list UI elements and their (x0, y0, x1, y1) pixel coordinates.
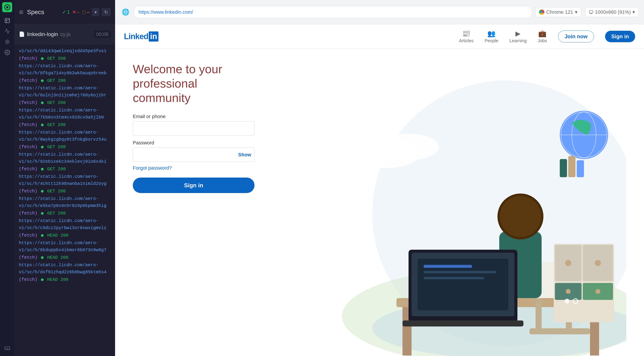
svg-point-29 (500, 196, 541, 237)
log-line: (fetch) GET 200 (19, 166, 111, 173)
forgot-password-link[interactable]: Forgot password? (133, 165, 172, 171)
svg-point-47 (565, 260, 571, 266)
logo-in: in (149, 31, 158, 41)
chrome-version: Chrome 121 (546, 9, 573, 15)
svg-rect-43 (577, 160, 584, 177)
svg-point-19 (342, 145, 390, 167)
jobs-label: Jobs (538, 38, 547, 43)
svg-point-6 (6, 52, 8, 53)
articles-label: Articles (459, 38, 474, 43)
sidebar-item-debug[interactable] (3, 37, 12, 46)
svg-rect-34 (424, 265, 472, 268)
svg-point-1 (6, 6, 8, 8)
nav-people[interactable]: 👥 People (485, 30, 498, 43)
svg-point-52 (596, 289, 600, 294)
main-panel: Specs ✓ 1 ✕ – ◌ – ▾ ↻ 📄 linkedin-login c… (14, 0, 115, 356)
sidebar-item-keyboard[interactable] (3, 344, 12, 353)
log-line: (fetch) GET 200 (19, 77, 111, 84)
log-line: (fetch) GET 200 (19, 143, 111, 151)
specs-title: Specs (27, 9, 44, 16)
refresh-button[interactable]: ↻ (102, 8, 111, 16)
specs-icon (19, 10, 24, 14)
log-line: https://static.licdn.com/aero-v1/sc/h/4c… (19, 173, 111, 187)
signin-submit-button[interactable]: Sign in (133, 178, 254, 193)
log-line: v1/sc/h/ddi43qwelxeqjxdd45pe3fvs1 (19, 47, 111, 55)
test-file-name: linkedin-login (27, 31, 58, 37)
address-url: https://www.linkedin.com/ (138, 9, 528, 15)
log-line: (fetch) GET 200 (19, 188, 111, 195)
cypress-logo[interactable] (2, 2, 12, 12)
log-line: https://static.licdn.com/aero-v1/sc/h/dx… (19, 262, 111, 276)
browser-info: Chrome 121 ▾ 1000x660 (91%) ▾ (536, 7, 638, 17)
log-area: v1/sc/h/ddi43qwelxeqjxdd45pe3fvs1 (fetch… (14, 44, 115, 356)
pending-badge: ◌ – (82, 9, 90, 15)
logo-linked: Linked (124, 32, 148, 41)
svg-point-53 (564, 299, 570, 304)
pass-badge: ✓ 1 (62, 9, 70, 15)
specs-controls: ✓ 1 ✕ – ◌ – ▾ ↻ (62, 8, 111, 16)
log-line: https://static.licdn.com/aero-v1/sc/h/c9… (19, 217, 111, 232)
log-line: (fetch) GET 200 (19, 121, 111, 128)
log-line: (fetch) GET 200 (19, 99, 111, 106)
articles-icon: 📰 (462, 30, 470, 37)
sidebar-item-specs[interactable] (3, 16, 12, 25)
resolution-icon (589, 10, 593, 14)
nav-items: 📰 Articles 👥 People ▶ Learning 💼 Jobs Jo… (459, 30, 635, 43)
chrome-badge: Chrome 121 ▾ (536, 7, 581, 17)
nav-learning[interactable]: ▶ Learning (510, 30, 527, 43)
browser-panel: 🌐 https://www.linkedin.com/ Chrome 121 ▾… (115, 0, 644, 356)
sidebar-item-settings[interactable] (3, 48, 12, 57)
log-line: (fetch) GET 200 (19, 210, 111, 217)
sidebar-item-runs[interactable] (3, 27, 12, 35)
log-line: https://static.licdn.com/aero-v1/sc/h/8k… (19, 240, 111, 254)
dropdown-button[interactable]: ▾ (92, 8, 99, 16)
test-file-bar: 📄 linkedin-login cy.js 00:06 (14, 24, 115, 44)
fail-badge: ✕ – (72, 9, 80, 15)
svg-rect-11 (589, 10, 593, 13)
nav-jobs[interactable]: 💼 Jobs (538, 30, 547, 43)
address-bar[interactable]: https://www.linkedin.com/ (134, 6, 532, 18)
chrome-dropdown-icon[interactable]: ▾ (575, 9, 578, 15)
illustration-svg (263, 62, 626, 356)
linkedin-content: Linked in 📰 Articles 👥 People ▶ Learning… (115, 24, 644, 356)
cypress-sidebar (0, 0, 14, 356)
svg-point-5 (6, 41, 8, 43)
linkedin-nav: Linked in 📰 Articles 👥 People ▶ Learning… (115, 24, 644, 49)
email-input[interactable] (133, 121, 254, 136)
linkedin-main: Welcome to your professional community E… (115, 49, 644, 356)
test-timer: 00:06 (94, 30, 111, 38)
cypress-panel: Specs ✓ 1 ✕ – ◌ – ▾ ↻ 📄 linkedin-login c… (0, 0, 115, 356)
jobs-icon: 💼 (538, 30, 546, 37)
log-line: (fetch) HEAD 200 (19, 254, 111, 261)
signin-nav-button[interactable]: Sign in (605, 31, 635, 42)
password-label: Password (133, 140, 254, 146)
file-icon: 📄 (19, 31, 25, 37)
log-line: (fetch) HEAD 200 (19, 276, 111, 283)
login-form: Welcome to your professional community E… (133, 62, 254, 356)
svg-point-48 (595, 260, 601, 266)
svg-rect-7 (5, 347, 10, 350)
svg-rect-36 (424, 277, 484, 279)
email-label: Email or phone (133, 114, 254, 119)
svg-rect-41 (560, 159, 567, 177)
show-password-button[interactable]: Show (238, 152, 251, 158)
svg-rect-35 (424, 271, 496, 273)
specs-header: Specs ✓ 1 ✕ – ◌ – ▾ ↻ (14, 0, 115, 24)
log-line: https://static.licdn.com/aero-v1/sc/h/8f… (19, 62, 111, 77)
nav-globe-icon[interactable]: 🌐 (120, 7, 130, 17)
linkedin-logo[interactable]: Linked in (124, 31, 158, 41)
learning-icon: ▶ (516, 30, 520, 37)
log-line: https://static.licdn.com/aero-v1/sc/h/7k… (19, 107, 111, 121)
password-input[interactable] (133, 147, 254, 162)
illustration (263, 62, 626, 356)
join-now-button[interactable]: Join now (558, 30, 594, 42)
log-line: https://static.licdn.com/aero-v1/sc/h/e5… (19, 195, 111, 209)
chrome-icon (539, 9, 544, 15)
svg-rect-42 (568, 156, 576, 177)
test-file-ext: cy.js (60, 31, 70, 37)
svg-rect-26 (530, 328, 590, 334)
learning-label: Learning (510, 38, 527, 43)
resolution-dropdown-icon[interactable]: ▾ (632, 9, 635, 15)
browser-toolbar: 🌐 https://www.linkedin.com/ Chrome 121 ▾… (115, 0, 644, 24)
nav-articles[interactable]: 📰 Articles (459, 30, 474, 43)
